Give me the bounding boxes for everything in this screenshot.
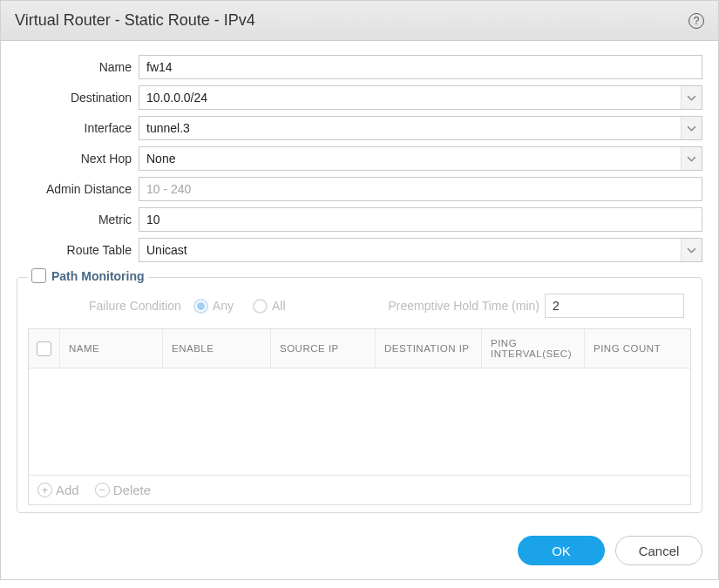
destination-label: Destination — [17, 91, 139, 105]
failure-condition-label: Failure Condition — [89, 299, 181, 313]
destination-select[interactable] — [139, 85, 702, 110]
row-name: Name — [17, 55, 702, 79]
row-admindist: Admin Distance — [17, 177, 702, 201]
metric-label: Metric — [17, 213, 139, 226]
col-source-ip[interactable]: Source IP — [271, 329, 376, 368]
plus-icon: + — [37, 483, 52, 497]
admindist-input[interactable] — [139, 177, 702, 201]
pm-controls: Failure Condition Any All Preemptive Hol… — [28, 294, 691, 328]
admindist-label: Admin Distance — [17, 182, 139, 196]
add-label: Add — [56, 483, 79, 497]
col-ping-interval[interactable]: Ping Interval(sec) — [482, 329, 585, 368]
row-interface: Interface — [17, 116, 702, 140]
path-monitoring-legend: Path Monitoring — [28, 268, 148, 283]
dialog: Virtual Router - Static Route - IPv4 ? N… — [0, 0, 719, 580]
radio-any[interactable]: Any — [193, 299, 234, 314]
hold-input[interactable] — [545, 294, 684, 318]
row-destination: Destination — [17, 85, 702, 110]
col-destination-ip[interactable]: Destination IP — [376, 329, 482, 368]
help-icon[interactable]: ? — [688, 13, 704, 29]
row-nexthop: Next Hop — [17, 146, 702, 171]
ok-button[interactable]: OK — [518, 536, 605, 565]
monitor-grid: Name Enable Source IP Destination IP Pin… — [28, 328, 691, 505]
name-label: Name — [17, 60, 139, 74]
delete-button[interactable]: − Delete — [95, 483, 151, 497]
path-monitoring-group: Path Monitoring Failure Condition Any Al… — [17, 277, 702, 513]
delete-label: Delete — [113, 483, 151, 497]
grid-footer: + Add − Delete — [29, 475, 690, 504]
form-area: Name Destination Interface — [1, 41, 718, 275]
radio-any-label: Any — [213, 299, 234, 313]
hold-label: Preemptive Hold Time (min) — [389, 299, 540, 313]
col-enable[interactable]: Enable — [163, 329, 271, 368]
path-monitoring-checkbox[interactable] — [31, 268, 46, 283]
minus-icon: − — [95, 483, 110, 497]
interface-select[interactable] — [139, 116, 702, 140]
grid-header: Name Enable Source IP Destination IP Pin… — [29, 329, 690, 368]
col-ping-count[interactable]: Ping Count — [585, 329, 690, 368]
dialog-footer: OK Cancel — [1, 524, 718, 579]
grid-body[interactable] — [29, 368, 690, 475]
radio-all[interactable]: All — [253, 299, 286, 314]
preemptive-hold: Preemptive Hold Time (min) — [389, 294, 685, 318]
path-monitoring-legend-text: Path Monitoring — [51, 269, 145, 283]
routetable-select[interactable] — [139, 238, 702, 262]
col-name[interactable]: Name — [60, 329, 163, 368]
title-bar: Virtual Router - Static Route - IPv4 ? — [1, 1, 718, 41]
nexthop-label: Next Hop — [17, 152, 139, 166]
row-routetable: Route Table — [17, 238, 702, 262]
dialog-title: Virtual Router - Static Route - IPv4 — [15, 11, 255, 30]
col-select-all[interactable] — [29, 329, 60, 368]
interface-label: Interface — [17, 121, 139, 135]
cancel-button[interactable]: Cancel — [615, 536, 702, 565]
add-button[interactable]: + Add — [37, 483, 79, 497]
name-input[interactable] — [139, 55, 702, 79]
radio-all-label: All — [272, 299, 286, 313]
row-metric: Metric — [17, 207, 702, 232]
nexthop-select[interactable] — [139, 146, 702, 171]
routetable-label: Route Table — [17, 243, 139, 257]
select-all-checkbox[interactable] — [37, 341, 51, 356]
metric-input[interactable] — [139, 207, 702, 232]
